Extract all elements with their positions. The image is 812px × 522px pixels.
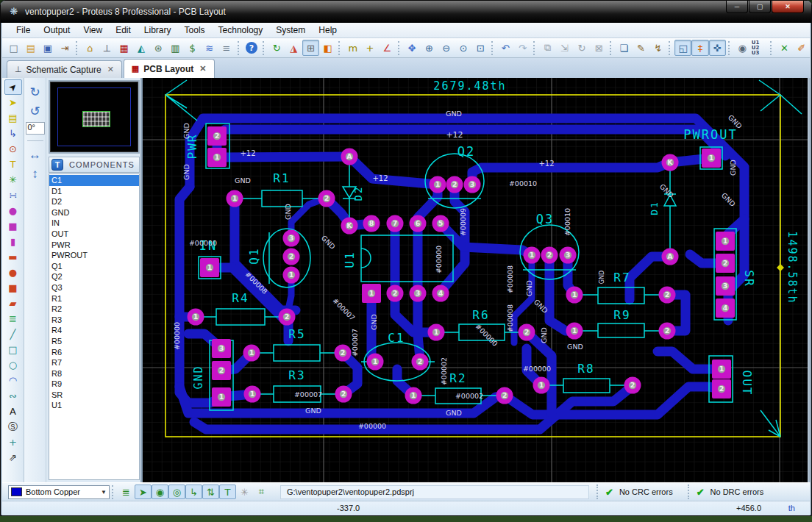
- component-item-r8[interactable]: R8: [49, 368, 139, 379]
- tab-pcb-layout[interactable]: ▦ PCB Layout ✕: [124, 59, 215, 78]
- pad-A[interactable]: A: [662, 249, 679, 265]
- import-project-button[interactable]: ⇥: [57, 40, 74, 56]
- pad-stack-tool[interactable]: ▰: [4, 296, 22, 311]
- component-tool[interactable]: ➤: [4, 95, 22, 110]
- false-origin-button[interactable]: +: [361, 40, 378, 56]
- pad-1[interactable]: 1: [200, 258, 219, 277]
- rotation-angle-field[interactable]: 0°: [26, 122, 45, 135]
- pad-2[interactable]: 2: [659, 287, 676, 304]
- minimize-button[interactable]: ─: [726, 1, 748, 13]
- component-item-r3[interactable]: R3: [49, 315, 139, 326]
- pad-K[interactable]: K: [341, 218, 358, 235]
- smt-square-pad-tool[interactable]: ■: [4, 280, 22, 296]
- pad-1[interactable]: 1: [367, 354, 384, 371]
- pad-1[interactable]: 1: [712, 360, 731, 379]
- pad-2[interactable]: 2: [318, 190, 335, 207]
- component-item-r2[interactable]: R2: [49, 304, 139, 315]
- component-item-r6[interactable]: R6: [49, 347, 139, 358]
- component-item-gnd[interactable]: GND: [49, 207, 139, 218]
- component-item-q3[interactable]: Q3: [49, 282, 139, 293]
- smt-rect-pad-tool[interactable]: ▬: [4, 249, 22, 265]
- zoom-all-button[interactable]: ⊙: [455, 40, 471, 56]
- close-icon[interactable]: ✕: [106, 65, 114, 74]
- metric-toggle-button[interactable]: m: [344, 40, 361, 56]
- component-item-r7[interactable]: R7: [49, 357, 139, 368]
- track-tool[interactable]: ↳: [4, 126, 22, 141]
- flip-vertical-button[interactable]: ↕: [26, 166, 44, 182]
- toggle-pads[interactable]: ◉: [152, 485, 168, 499]
- component-item-q1[interactable]: Q1: [49, 261, 139, 272]
- search-components-button[interactable]: ◉: [734, 40, 751, 56]
- layer-selector[interactable]: Bottom Copper ▼: [8, 485, 110, 499]
- menu-output[interactable]: Output: [37, 24, 76, 37]
- pan-button[interactable]: ✥: [404, 40, 421, 56]
- component-item-u1[interactable]: U1: [49, 400, 139, 411]
- pad-3[interactable]: 3: [560, 247, 577, 264]
- via-tool[interactable]: ⊙: [4, 141, 22, 157]
- redraw-button[interactable]: ↻: [268, 40, 285, 56]
- layer-origin-button[interactable]: ◧: [319, 40, 336, 56]
- toggle-via-style-button[interactable]: ‡: [691, 40, 708, 56]
- toggle-text[interactable]: T: [219, 485, 236, 499]
- component-item-r9[interactable]: R9: [49, 379, 139, 390]
- pad-K[interactable]: K: [662, 154, 679, 171]
- redo-button[interactable]: ↷: [514, 40, 531, 56]
- pad-2[interactable]: 2: [712, 379, 731, 398]
- pad-4[interactable]: 4: [716, 298, 735, 318]
- layers-button[interactable]: ≣: [118, 485, 135, 499]
- pad-1[interactable]: 1: [702, 149, 721, 168]
- marker-tool[interactable]: +: [4, 435, 22, 450]
- goto-component-button[interactable]: U1 U2 U3: [751, 40, 768, 56]
- dil-pad-tool[interactable]: ▮: [4, 234, 22, 249]
- pad-2[interactable]: 2: [519, 324, 535, 341]
- pad-3[interactable]: 3: [212, 339, 231, 358]
- menu-edit[interactable]: Edit: [109, 24, 138, 37]
- help-button[interactable]: ?: [243, 40, 260, 56]
- toggle-route-arrows[interactable]: ➤: [135, 485, 152, 499]
- close-button[interactable]: ✕: [772, 1, 804, 13]
- pad-1[interactable]: 1: [362, 284, 381, 303]
- pad-1[interactable]: 1: [212, 387, 231, 407]
- 3d-visualizer-button[interactable]: ◭: [132, 40, 149, 56]
- report-button[interactable]: ≡: [218, 40, 235, 56]
- components-header-icon[interactable]: T: [51, 159, 63, 171]
- pad-1[interactable]: 1: [428, 324, 445, 341]
- measurement-button[interactable]: ✐: [793, 40, 810, 56]
- pad-1[interactable]: 1: [566, 287, 583, 304]
- pad-1[interactable]: 1: [207, 148, 227, 167]
- pad-A[interactable]: A: [341, 149, 358, 165]
- path-tool[interactable]: ∾: [4, 388, 22, 404]
- block-delete-button[interactable]: ⊠: [591, 40, 608, 56]
- pad-1[interactable]: 1: [243, 345, 260, 362]
- toggle-trace-lock-button[interactable]: ◱: [674, 40, 691, 56]
- pad-1[interactable]: 1: [405, 387, 422, 404]
- pad-2[interactable]: 2: [283, 249, 300, 265]
- home-page-button[interactable]: ⌂: [82, 40, 99, 56]
- component-item-in[interactable]: IN: [49, 218, 139, 229]
- title-bar[interactable]: ❋ ventopuper2 - Proteus 8 Professional -…: [1, 1, 811, 23]
- pad-2[interactable]: 2: [387, 285, 404, 302]
- restore-button[interactable]: ▢: [749, 1, 771, 13]
- ratsnest-tool[interactable]: ✳: [4, 172, 22, 187]
- component-item-c1[interactable]: C1: [49, 175, 139, 186]
- block-copy-button[interactable]: ⧉: [539, 40, 556, 56]
- make-package-button[interactable]: ✎: [633, 40, 649, 56]
- tab-schematic-capture[interactable]: ⊥ Schematic Capture ✕: [7, 60, 122, 78]
- pad-2[interactable]: 2: [541, 247, 558, 264]
- pad-2[interactable]: 2: [496, 387, 513, 404]
- decompose-button[interactable]: ↯: [649, 40, 666, 56]
- zoom-area-button[interactable]: ⊡: [472, 40, 489, 56]
- pad-2[interactable]: 2: [412, 354, 429, 371]
- crc-status[interactable]: ✔ No CRC errors: [596, 485, 680, 499]
- pad-3[interactable]: 3: [716, 276, 735, 296]
- gerber-viewer-button[interactable]: ⊛: [150, 40, 167, 56]
- pad-2[interactable]: 2: [279, 309, 296, 326]
- menu-help[interactable]: Help: [312, 24, 343, 37]
- toggle-force-vectors[interactable]: ⌗: [253, 485, 270, 499]
- pad-1[interactable]: 1: [188, 309, 204, 326]
- layer-swap-button[interactable]: ✕: [776, 40, 793, 56]
- design-explorer-button[interactable]: ▥: [167, 40, 184, 56]
- component-item-r4[interactable]: R4: [49, 325, 139, 336]
- pad-1[interactable]: 1: [244, 386, 261, 403]
- menu-technology[interactable]: Technology: [212, 24, 270, 37]
